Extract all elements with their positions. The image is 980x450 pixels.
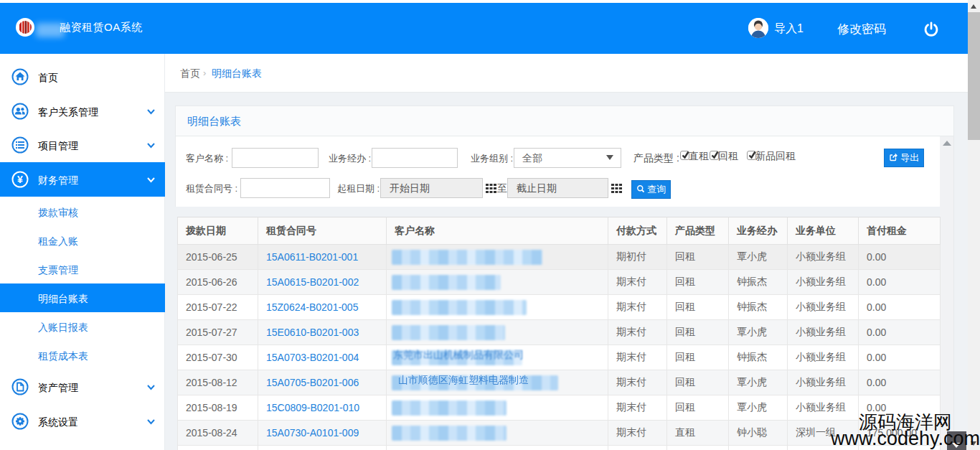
svg-text:¥: ¥ — [17, 174, 23, 185]
